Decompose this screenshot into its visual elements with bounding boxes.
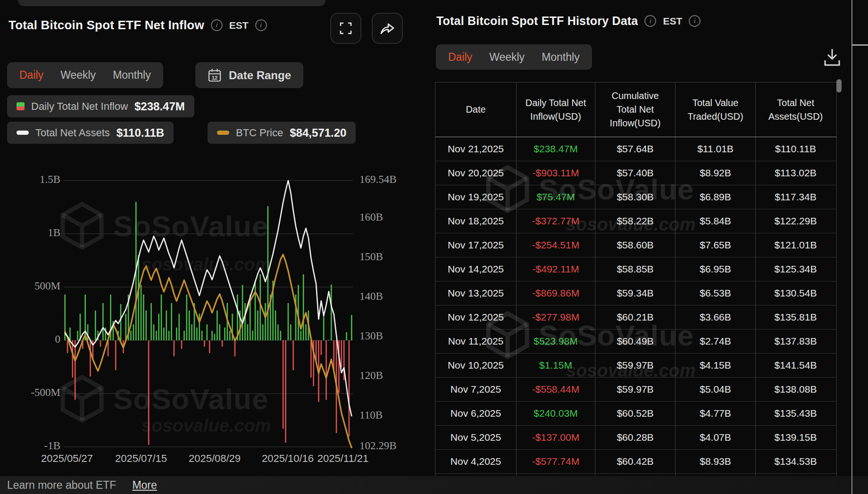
value-cell: $57.40B	[595, 161, 676, 185]
tab-daily[interactable]: Daily	[448, 51, 472, 64]
value-cell: $2.74B	[676, 329, 756, 353]
value-cell: $57.64B	[595, 137, 676, 161]
info-icon[interactable]: i	[211, 19, 223, 31]
table-row: Nov 13,2025-$869.86M$59.34B$6.53B$130.54…	[435, 281, 836, 305]
legend-total-net-assets[interactable]: Total Net Assets $110.11B	[7, 122, 174, 144]
legend-daily-net-inflow[interactable]: Daily Total Net Inflow $238.47M	[7, 95, 194, 117]
inflow-bar	[176, 328, 177, 340]
value-cell: $5.04B	[676, 378, 756, 401]
top-tab-remnant	[18, 0, 326, 6]
inflow-bar	[77, 331, 78, 340]
table-row: Nov 5,2025-$137.00M$60.28B$4.07B$139.15B	[435, 426, 836, 450]
value-cell: -$372.77M	[517, 209, 595, 233]
value-cell: -$558.44M	[517, 378, 595, 401]
btc-line-swatch-icon	[217, 131, 229, 135]
tab-weekly[interactable]: Weekly	[489, 51, 525, 64]
calendar-icon: 12	[208, 68, 222, 83]
table-row: Nov 7,2025-$558.44M$59.97B$5.04B$138.08B	[435, 378, 836, 402]
value-cell: $58.22B	[595, 209, 676, 233]
value-cell: -$277.98M	[517, 305, 595, 329]
right-panel-header: Total Bitcoin Spot ETF History Data i ES…	[436, 14, 701, 28]
date-cell: Nov 7,2025	[435, 378, 517, 401]
value-cell: $59.97B	[595, 378, 676, 401]
value-cell: $4.15B	[676, 354, 756, 377]
column-header: Date	[435, 82, 517, 137]
page-scrollbar-track[interactable]	[851, 0, 852, 494]
history-period-tabs: Daily Weekly Monthly	[436, 44, 592, 70]
inflow-bar	[229, 331, 231, 340]
info-icon[interactable]: i	[644, 15, 656, 27]
inflow-bar	[207, 324, 208, 340]
more-link[interactable]: More	[132, 479, 157, 492]
timezone-label: EST	[229, 20, 249, 31]
y-axis-tick-left: 1.5B	[19, 173, 60, 186]
inflow-bar	[125, 314, 126, 341]
value-cell: $137.83B	[756, 329, 835, 353]
table-row: Nov 14,2025-$492.11M$58.85B$6.95B$125.34…	[435, 257, 836, 281]
inflow-bar	[224, 328, 225, 340]
inflow-bar	[90, 340, 91, 377]
inflow-bar	[209, 340, 210, 353]
inflow-bar	[141, 285, 142, 340]
value-cell: $6.89B	[676, 185, 756, 209]
y-axis-tick-right: 160B	[359, 211, 416, 223]
tab-monthly[interactable]: Monthly	[542, 51, 580, 64]
download-button[interactable]	[823, 47, 842, 70]
inflow-bar	[351, 315, 352, 340]
date-range-button[interactable]: 12 Date Range	[195, 62, 303, 88]
y-axis-tick-right: 169.54B	[359, 173, 416, 186]
history-table-header: DateDaily Total Net Inflow(USD)Cumulativ…	[435, 82, 836, 137]
inflow-bar	[300, 331, 301, 340]
info-icon[interactable]: i	[255, 19, 267, 31]
tab-monthly[interactable]: Monthly	[113, 69, 151, 82]
value-cell: $138.08B	[756, 378, 835, 401]
value-cell: -$254.51M	[517, 233, 595, 257]
y-axis-tick-left: 1B	[19, 227, 60, 239]
legend-value: $110.11B	[117, 126, 164, 140]
value-cell: $60.28B	[595, 426, 676, 449]
inflow-bar	[255, 280, 256, 340]
value-cell: -$903.11M	[517, 161, 595, 185]
inflow-bar	[323, 315, 325, 340]
column-header: Total Net Assets(USD)	[756, 82, 835, 137]
value-cell: $3.66B	[676, 305, 756, 329]
date-range-label: Date Range	[229, 69, 291, 82]
tab-weekly[interactable]: Weekly	[60, 69, 96, 82]
right-panel-title: Total Bitcoin Spot ETF History Data	[436, 14, 638, 28]
value-cell: -$492.11M	[517, 257, 595, 281]
value-cell: $1.15M	[517, 354, 595, 377]
inflow-legend-swatch-icon	[17, 102, 25, 110]
value-cell: $4.77B	[676, 402, 756, 425]
inflow-bar	[69, 328, 71, 340]
inflow-bar	[166, 311, 167, 340]
fullscreen-icon	[339, 21, 353, 35]
tab-daily[interactable]: Daily	[19, 69, 43, 82]
history-table-body: Nov 21,2025$238.47M$57.64B$11.01B$110.11…	[435, 137, 836, 494]
inflow-bar	[184, 331, 185, 340]
net-inflow-chart	[64, 174, 353, 476]
value-cell: $135.81B	[756, 305, 835, 329]
inflow-bar	[277, 324, 279, 340]
inflow-bar	[178, 314, 180, 341]
inflow-bar	[305, 324, 307, 340]
inflow-bar	[234, 340, 236, 356]
table-scrollbar-thumb[interactable]	[836, 79, 842, 92]
inflow-bar	[244, 303, 246, 340]
value-cell: $113.02B	[756, 161, 835, 185]
fullscreen-button[interactable]	[330, 13, 361, 44]
legend-btc-price[interactable]: BTC Price $84,571.20	[208, 122, 356, 144]
inflow-bar	[285, 340, 286, 443]
table-row: Nov 11,2025$523.98M$60.49B$2.74B$137.83B	[435, 329, 836, 354]
info-icon[interactable]: i	[689, 15, 701, 27]
inflow-bar	[189, 311, 190, 340]
inflow-bar	[130, 331, 132, 340]
inflow-bar	[303, 274, 304, 340]
share-button[interactable]	[372, 13, 403, 44]
inflow-bar	[257, 311, 259, 340]
value-cell: $117.34B	[756, 185, 835, 209]
legend-label: Daily Total Net Inflow	[31, 100, 128, 113]
left-panel-header: Total Bitcoin Spot ETF Net Inflow i EST …	[8, 18, 267, 33]
inflow-bar	[262, 324, 264, 340]
legend-value: $84,571.20	[290, 126, 346, 140]
inflow-bar	[102, 303, 104, 340]
